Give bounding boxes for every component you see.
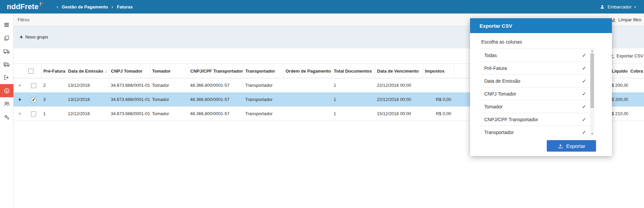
select-all-checkbox[interactable] (28, 69, 33, 74)
column-option-tomador[interactable]: Tomador ✓ (479, 100, 594, 113)
flag-icon (40, 2, 44, 6)
scrollbar-thumb[interactable] (590, 53, 594, 108)
cell-cnpj-tomador: 34.673.686/0001-01 (109, 78, 150, 93)
col-cnpj-tomador[interactable]: CNPJ Tomador (109, 64, 150, 78)
export-csv-label: Exportar CSV (617, 53, 643, 58)
cell-impostos: R$ 0,00 (423, 107, 454, 121)
column-option-cnpj-tomador[interactable]: CNPJ Tomador ✓ (479, 87, 594, 100)
col-liquido[interactable]: Líquido (610, 64, 628, 78)
payment-clock-icon: $ (3, 87, 10, 94)
cell-data-vencimento: 22/12/2018 00:00 (375, 93, 423, 107)
expand-row-icon[interactable]: + (18, 111, 21, 116)
sidebar-item-export[interactable] (0, 71, 14, 84)
breadcrumb-item-faturas[interactable]: Faturas (117, 4, 133, 9)
column-list: Todas ✓ Pré-Fatura ✓ Data de Emissão ✓ C… (479, 49, 594, 136)
export-button[interactable]: Exportar (547, 140, 596, 152)
cell-ordem-pagamento (283, 107, 332, 121)
sidebar-item-documents[interactable] (0, 31, 14, 45)
column-option-label: Tomador (484, 104, 503, 109)
check-icon: ✓ (582, 78, 586, 84)
check-icon: ✓ (582, 65, 586, 71)
column-option-cnpj-transportador[interactable]: CNPJ/CPF Transportador ✓ (479, 113, 594, 126)
check-icon: ✓ (582, 91, 586, 97)
clear-filter-button[interactable]: Limpar filtro (611, 17, 641, 22)
clear-filter-label: Limpar filtro (618, 17, 641, 22)
cell-impostos (423, 78, 454, 93)
chevron-down-icon: ▾ (634, 5, 636, 9)
cell-cobranca (628, 107, 644, 121)
column-option-todas[interactable]: Todas ✓ (479, 49, 594, 62)
expand-row-icon[interactable]: + (18, 97, 21, 102)
row-checkbox[interactable] (31, 83, 36, 88)
hamburger-menu-icon (3, 22, 10, 28)
scroll-up-icon[interactable]: ▲ (590, 49, 594, 53)
col-ordem-pagamento[interactable]: Ordem de Pagamento (283, 64, 332, 78)
cell-pre-fatura: 3 (41, 93, 66, 107)
cell-tomador: Tomador (150, 93, 188, 107)
cell-total-documentos: 1 (332, 78, 375, 93)
scroll-down-icon[interactable]: ▼ (590, 132, 594, 136)
col-data-vencimento[interactable]: Data de Vencimento (375, 64, 423, 78)
user-menu[interactable]: Embarcador ▾ (600, 4, 636, 9)
sidebar-item-settings[interactable] (0, 110, 14, 124)
cell-tomador: Tomador (150, 107, 188, 121)
sidebar-item-fleet[interactable] (0, 45, 14, 58)
column-option-pre-fatura[interactable]: Pré-Fatura ✓ (479, 62, 594, 75)
col-cobranca[interactable]: Cobra (628, 64, 644, 78)
list-scrollbar[interactable]: ▲ ▼ (590, 49, 594, 136)
expand-row-icon[interactable]: + (18, 82, 21, 88)
person-icon (600, 4, 605, 9)
cell-transportador: Transportador (243, 78, 283, 93)
column-option-data-emissao[interactable]: Data de Emissão ✓ (479, 75, 594, 87)
sidebar-item-users[interactable] (0, 97, 14, 110)
col-impostos[interactable]: Impostos (423, 64, 454, 78)
sort-desc-icon: ↓ (105, 69, 107, 74)
column-option-label: CNPJ Tomador (484, 91, 516, 97)
export-csv-button[interactable]: Exportar CSV (609, 53, 643, 59)
modal-title: Exportar CSV (480, 23, 512, 29)
cell-cobranca (628, 78, 644, 93)
new-group-button[interactable]: + Novo grupo (20, 34, 48, 40)
cell-select (26, 78, 41, 93)
export-button-label: Exportar (566, 143, 586, 149)
row-checkbox[interactable] (31, 97, 36, 102)
logo-text: nddFrete (7, 2, 38, 12)
cell-cnpj-tomador: 34.673.686/0001-01 (109, 107, 150, 121)
download-icon (558, 143, 563, 149)
row-checkbox[interactable] (31, 111, 36, 116)
check-icon: ✓ (582, 129, 586, 135)
check-icon: ✓ (582, 52, 586, 58)
cell-expand: + (14, 93, 26, 107)
breadcrumb-chevron-icon: › (56, 4, 58, 9)
delivery-truck-icon (3, 61, 10, 68)
col-tomador[interactable]: Tomador (150, 64, 188, 78)
cell-pre-fatura: 2 (41, 78, 66, 93)
sign-out-icon (3, 74, 10, 81)
cell-tomador: Tomador (150, 78, 188, 93)
sidebar-item-payments[interactable]: $ (0, 84, 14, 97)
sidebar-menu-toggle[interactable] (0, 18, 14, 31)
cell-transportador: Transportador (243, 93, 283, 107)
app-logo[interactable]: nddFrete (7, 2, 44, 12)
col-total-documentos[interactable]: Total Documentos (332, 64, 375, 78)
cell-data-emissao: 12/12/2018 (66, 107, 109, 121)
breadcrumb-item-gestao[interactable]: Gestão de Pagamento (62, 4, 108, 9)
modal-header: Exportar CSV (470, 18, 612, 33)
col-data-emissao[interactable]: Data de Emissão↓ (66, 64, 109, 78)
col-cnpj-cpf-transportador[interactable]: CNPJ/CPF Transportador (188, 64, 243, 78)
cell-cnpj-transportador: 48.366.800/0001-57 (188, 93, 243, 107)
topbar: nddFrete › Gestão de Pagamento › Faturas… (0, 0, 644, 14)
sidebar: $ (0, 14, 14, 208)
cell-data-emissao: 13/12/2018 (66, 93, 109, 107)
documents-copy-icon (4, 35, 10, 41)
sidebar-item-shipments[interactable] (0, 58, 14, 71)
cell-cobranca (628, 93, 644, 107)
cell-total-documentos: 1 (332, 93, 375, 107)
col-transportador[interactable]: Transportador (243, 64, 283, 78)
cell-liquido: $ 210,00 (610, 107, 628, 121)
users-icon (3, 101, 10, 107)
col-pre-fatura[interactable]: Pré-Fatura (41, 64, 66, 78)
filters-title: Filtros (18, 17, 29, 22)
cell-select (26, 107, 41, 121)
column-option-transportador[interactable]: Transportador ✓ (479, 126, 594, 136)
